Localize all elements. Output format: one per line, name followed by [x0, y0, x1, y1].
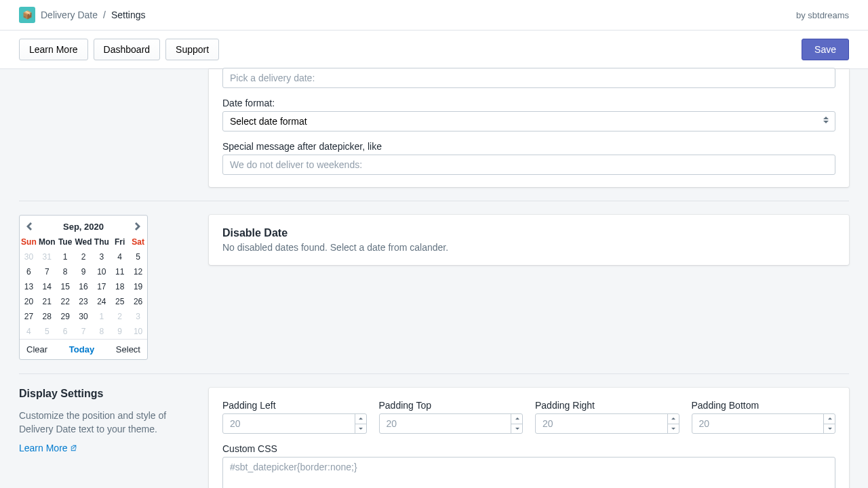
calendar-dow: Tue — [56, 235, 75, 249]
calendar-day[interactable]: 3 — [92, 249, 111, 264]
calendar-day[interactable]: 21 — [38, 294, 56, 309]
calendar-day[interactable]: 5 — [129, 249, 147, 264]
toolbar: Learn More Dashboard Support Save — [0, 30, 868, 69]
calendar-day[interactable]: 18 — [111, 279, 129, 294]
learn-more-button[interactable]: Learn More — [19, 39, 88, 60]
calendar-day[interactable]: 10 — [129, 324, 147, 339]
stepper-up[interactable] — [355, 413, 367, 424]
calendar-day[interactable]: 2 — [111, 309, 129, 324]
padding-right-label: Padding Right — [535, 400, 679, 411]
calendar-dow: Thu — [92, 235, 111, 249]
calendar-dow: Sun — [20, 235, 38, 249]
padding-bottom-input[interactable] — [692, 413, 836, 434]
calendar-select[interactable]: Select — [116, 344, 140, 354]
custom-css-label: Custom CSS — [222, 443, 835, 454]
calendar-day[interactable]: 4 — [111, 249, 129, 264]
calendar-dow: Sat — [129, 235, 147, 249]
stepper-down[interactable] — [824, 424, 835, 434]
calendar-day[interactable]: 6 — [20, 264, 38, 279]
app-icon: 📦 — [19, 7, 35, 23]
calendar-day[interactable]: 30 — [20, 249, 38, 264]
calendar-day[interactable]: 3 — [129, 309, 147, 324]
calendar-clear[interactable]: Clear — [26, 344, 47, 354]
custom-css-input[interactable] — [222, 457, 835, 488]
calendar-day[interactable]: 19 — [129, 279, 147, 294]
calendar-title[interactable]: Sep, 2020 — [63, 222, 104, 232]
stepper-up[interactable] — [824, 413, 835, 424]
calendar-day[interactable]: 22 — [56, 294, 75, 309]
breadcrumb: 📦 Delivery Date / Settings — [19, 7, 146, 23]
padding-right-input[interactable] — [535, 413, 679, 434]
byline: by sbtdreams — [796, 10, 849, 20]
calendar-day[interactable]: 10 — [92, 264, 111, 279]
calendar-day[interactable]: 17 — [92, 279, 111, 294]
padding-left-label: Padding Left — [222, 400, 367, 411]
calendar-prev[interactable] — [24, 221, 35, 232]
calendar-day[interactable]: 9 — [75, 264, 93, 279]
calendar-day[interactable]: 13 — [20, 279, 38, 294]
calendar-day[interactable]: 12 — [129, 264, 147, 279]
calendar-dow: Wed — [75, 235, 93, 249]
breadcrumb-sep: / — [103, 9, 106, 20]
calendar-dow: Fri — [111, 235, 129, 249]
display-settings-desc: Customize the position and style of Deli… — [19, 409, 182, 436]
calendar-next[interactable] — [132, 221, 143, 232]
stepper-down[interactable] — [668, 424, 679, 434]
padding-top-label: Padding Top — [379, 400, 524, 411]
special-msg-input[interactable] — [222, 155, 835, 175]
calendar-today[interactable]: Today — [69, 344, 94, 354]
calendar-day[interactable]: 6 — [56, 324, 75, 339]
calendar: Sep, 2020 SunMonTueWedThuFriSat 30311234… — [19, 215, 148, 360]
divider — [19, 373, 849, 374]
calendar-day[interactable]: 28 — [38, 309, 56, 324]
disable-date-msg: No disabled dates found. Select a date f… — [222, 242, 835, 253]
date-format-label: Date format: — [222, 98, 835, 108]
calendar-day[interactable]: 4 — [20, 324, 38, 339]
disable-date-card: Disable Date No disabled dates found. Se… — [209, 215, 849, 265]
padding-top-input[interactable] — [379, 413, 524, 434]
calendar-day[interactable]: 31 — [38, 249, 56, 264]
calendar-day[interactable]: 27 — [20, 309, 38, 324]
calendar-day[interactable]: 1 — [92, 309, 111, 324]
support-button[interactable]: Support — [165, 39, 219, 60]
divider — [19, 201, 849, 201]
calendar-day[interactable]: 5 — [38, 324, 56, 339]
calendar-day[interactable]: 9 — [111, 324, 129, 339]
form-card: Date format: Select date format Special … — [209, 69, 849, 187]
breadcrumb-page: Settings — [111, 9, 146, 20]
stepper-down[interactable] — [355, 424, 367, 434]
calendar-day[interactable]: 8 — [92, 324, 111, 339]
pick-date-input[interactable] — [222, 68, 835, 88]
date-format-select[interactable]: Select date format — [222, 111, 835, 131]
calendar-day[interactable]: 14 — [38, 279, 56, 294]
display-settings-title: Display Settings — [19, 388, 182, 400]
calendar-day[interactable]: 7 — [75, 324, 93, 339]
calendar-day[interactable]: 15 — [56, 279, 75, 294]
stepper-up[interactable] — [511, 413, 523, 424]
calendar-day[interactable]: 26 — [129, 294, 147, 309]
stepper-down[interactable] — [511, 424, 523, 434]
calendar-day[interactable]: 30 — [75, 309, 93, 324]
breadcrumb-app[interactable]: Delivery Date — [41, 9, 98, 20]
save-button[interactable]: Save — [802, 39, 849, 60]
calendar-day[interactable]: 1 — [56, 249, 75, 264]
padding-bottom-label: Padding Bottom — [692, 400, 836, 411]
stepper-up[interactable] — [668, 413, 679, 424]
calendar-day[interactable]: 23 — [75, 294, 93, 309]
disable-date-title: Disable Date — [222, 227, 835, 239]
calendar-day[interactable]: 11 — [111, 264, 129, 279]
calendar-day[interactable]: 25 — [111, 294, 129, 309]
calendar-day[interactable]: 2 — [75, 249, 93, 264]
special-msg-label: Special message after datepicker, like — [222, 141, 835, 152]
padding-left-input[interactable] — [222, 413, 367, 434]
calendar-day[interactable]: 16 — [75, 279, 93, 294]
calendar-day[interactable]: 8 — [56, 264, 75, 279]
app-header: 📦 Delivery Date / Settings by sbtdreams — [0, 0, 868, 30]
calendar-day[interactable]: 24 — [92, 294, 111, 309]
external-link-icon — [71, 443, 77, 449]
dashboard-button[interactable]: Dashboard — [94, 39, 161, 60]
display-learn-more-link[interactable]: Learn More — [19, 443, 77, 453]
calendar-day[interactable]: 29 — [56, 309, 75, 324]
calendar-day[interactable]: 7 — [38, 264, 56, 279]
calendar-day[interactable]: 20 — [20, 294, 38, 309]
